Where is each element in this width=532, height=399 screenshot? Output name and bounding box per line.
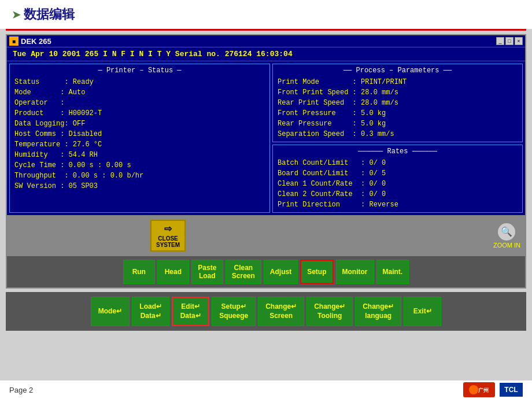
frontpressure-row: Front Pressure : 5.0 kg — [278, 108, 518, 119]
swversion-row: SW Version : 05 SP03 — [14, 181, 265, 191]
page-title: 数据编辑 — [24, 6, 75, 23]
page-header: ➤ 数据编辑 — [0, 0, 532, 29]
batchcount-row: Batch Count/Limit : 0/ 0 — [278, 158, 518, 168]
company-logo: 广州 — [463, 382, 495, 397]
process-params-title: —— Process – Parameters —— — [278, 66, 518, 75]
hostcomms-row: Host Comms : Disabled — [14, 129, 265, 139]
mode-button[interactable]: Mode↵ — [91, 297, 130, 326]
close-system-label: CLOSE — [158, 235, 178, 242]
rates-panel: —————— Rates —————— Batch Count/Limit : … — [272, 145, 523, 213]
rates-title: —————— Rates —————— — [278, 147, 518, 156]
status-row: Status : Ready — [14, 77, 265, 87]
zoom-in-area: 🔍 ZOOM IN — [493, 223, 520, 249]
titlebar-left: ■ DEK 265 — [9, 36, 51, 46]
change-tooling-button[interactable]: Change↵Tooling — [306, 297, 353, 326]
window-controls[interactable]: _ □ × — [496, 37, 523, 45]
setup-squeege-button[interactable]: Setup↵Squeege — [212, 297, 256, 326]
content-area: — Printer – Status — Status : Ready Mode… — [7, 61, 525, 215]
setup-button[interactable]: Setup — [300, 260, 333, 284]
rearpressure-row: Rear Pressure : 5.0 kg — [278, 119, 518, 129]
status-bar: Tue Apr 10 2001 265 I N F I N I T Y Seri… — [7, 47, 525, 61]
footer: Page 2 广州 TCL — [0, 380, 532, 399]
maint-button[interactable]: Maint. — [376, 260, 409, 284]
dek-window: ■ DEK 265 _ □ × Tue Apr 10 2001 265 I N … — [6, 34, 526, 289]
run-button[interactable]: Run — [123, 260, 155, 284]
mode-row: Mode : Auto — [14, 87, 265, 98]
minimize-button[interactable]: _ — [496, 37, 504, 45]
load-data-button[interactable]: Load↵Data↵ — [132, 297, 169, 326]
close-button[interactable]: × — [515, 37, 523, 45]
clean2count-row: Clean 2 Count/Rate : 0/ 0 — [278, 189, 518, 200]
right-column: —— Process – Parameters —— Print Mode : … — [272, 64, 523, 213]
printdirection-row: Print Direction : Reverse — [278, 200, 518, 210]
head-button[interactable]: Head — [157, 260, 189, 284]
page-number: Page 2 — [9, 386, 33, 394]
maximize-button[interactable]: □ — [505, 37, 513, 45]
monitor-button[interactable]: Monitor — [336, 260, 374, 284]
exit-button[interactable]: Exit↵ — [404, 297, 441, 326]
zoom-in-label: ZOOM IN — [493, 242, 520, 249]
footer-logos: 广州 TCL — [463, 382, 523, 397]
window-app-icon: ■ — [9, 36, 19, 46]
paste-load-button[interactable]: PasteLoad — [191, 260, 223, 284]
svg-point-0 — [469, 385, 478, 394]
window-title: DEK 265 — [21, 37, 51, 46]
separator-line — [6, 29, 526, 31]
arrow-icon: ➤ — [12, 8, 21, 21]
product-row: Product : H00092-T — [14, 108, 265, 119]
adjust-button[interactable]: Adjust — [264, 260, 298, 284]
separationspeed-row: Separation Speed : 0.3 mm/s — [278, 129, 518, 139]
edit-data-button[interactable]: Edit↵Data↵ — [172, 297, 209, 326]
throughput-row: Throughput : 0.00 s : 0.0 b/hr — [14, 171, 265, 181]
boardcount-row: Board Count/Limit : 0/ 5 — [278, 168, 518, 179]
printer-status-panel: — Printer – Status — Status : Ready Mode… — [9, 64, 270, 213]
close-system-icon: ⇨ — [164, 223, 172, 234]
clean-screen-button[interactable]: CleanScreen — [226, 260, 261, 284]
rearprintspeed-row: Rear Print Speed : 28.0 mm/s — [278, 98, 518, 108]
bottom-toolbar: Mode↵ Load↵Data↵ Edit↵Data↵ Setup↵Squeeg… — [6, 292, 526, 331]
frontprintspeed-row: Front Print Speed : 28.0 mm/s — [278, 87, 518, 98]
datalogging-row: Data Logging: OFF — [14, 119, 265, 129]
machine-buttons-area: ⇨ CLOSE SYSTEM 🔍 ZOOM IN — [7, 215, 525, 256]
printer-status-title: — Printer – Status — — [14, 66, 265, 75]
close-system-label2: SYSTEM — [156, 242, 180, 248]
svg-text:广州: 广州 — [478, 387, 489, 393]
operator-row: Operator : — [14, 98, 265, 108]
printmode-row: Print Mode : PRINT/PRINT — [278, 77, 518, 87]
temperature-row: Temperature : 27.6 °C — [14, 139, 265, 150]
process-params-panel: —— Process – Parameters —— Print Mode : … — [272, 64, 523, 142]
clean1count-row: Clean 1 Count/Rate : 0/ 0 — [278, 179, 518, 189]
change-languag-button[interactable]: Change↵languag — [355, 297, 401, 326]
tcl-logo: TCL — [500, 383, 523, 397]
zoom-in-icon[interactable]: 🔍 — [498, 223, 515, 241]
close-system-button[interactable]: ⇨ CLOSE SYSTEM — [150, 220, 186, 252]
change-screen-button[interactable]: Change↵Screen — [258, 297, 304, 326]
humidity-row: Humidity : 54.4 RH — [14, 150, 265, 160]
window-titlebar: ■ DEK 265 _ □ × — [7, 35, 525, 47]
cycletime-row: Cycle Time : 0.00 s : 0.00 s — [14, 160, 265, 171]
machine-nav: Run Head PasteLoad CleanScreen Adjust Se… — [7, 256, 525, 287]
